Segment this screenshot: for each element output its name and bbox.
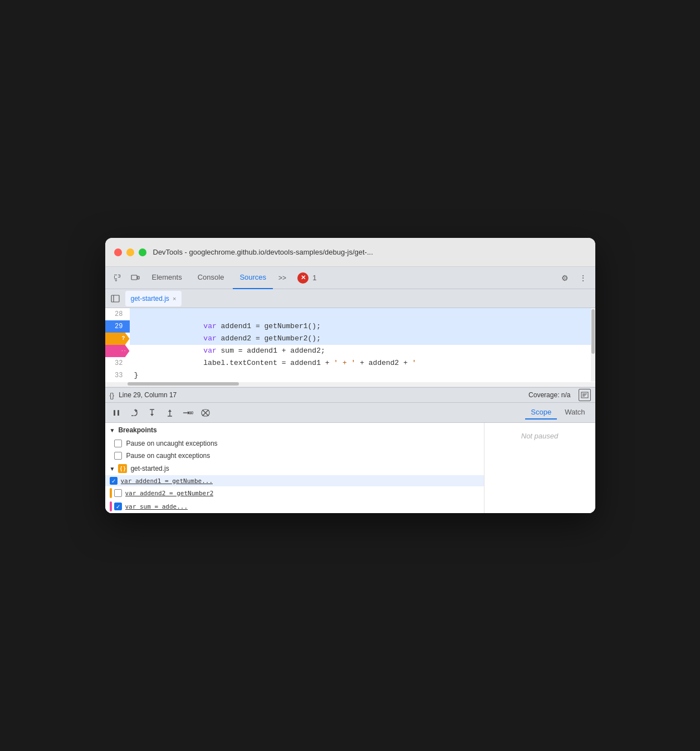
line-number-29: 29 [105, 320, 130, 333]
svg-rect-0 [114, 275, 116, 275]
bp2-text: var addend2 = getNumber2 [125, 490, 214, 497]
breakpoint-item-1[interactable]: ✓ var addend1 = getNumbe... [105, 475, 484, 486]
line-number-28: 28 [105, 308, 130, 320]
settings-icon[interactable]: ⚙ [557, 270, 573, 286]
svg-text:⌖: ⌖ [115, 278, 118, 282]
debug-toolbar: Scope Watch [105, 403, 595, 423]
devtools-body: ⌖ Elements Console Sources >> ✕ 1 [105, 267, 595, 513]
bp-pink-indicator: ·· [105, 345, 130, 357]
bp1-text: var addend1 = getNumbe... [121, 477, 213, 485]
breakpoints-panel: ▼ Breakpoints Pause on uncaught exceptio… [105, 423, 484, 513]
pause-resume-icon[interactable] [110, 406, 123, 420]
bp-orange-indicator: ? [105, 333, 130, 345]
pause-uncaught-row[interactable]: Pause on uncaught exceptions [105, 437, 484, 450]
scope-watch-tabs: Scope Watch [525, 406, 590, 420]
top-toolbar: ⌖ Elements Console Sources >> ✕ 1 [105, 267, 595, 289]
fullscreen-button[interactable] [139, 248, 146, 256]
tab-scope[interactable]: Scope [525, 406, 557, 420]
pause-caught-label: Pause on caught exceptions [126, 452, 211, 460]
status-bar: {} Line 29, Column 17 Coverage: n/a [105, 387, 595, 403]
breakpoint-item-3[interactable]: ✓ var sum = adde... [105, 500, 484, 513]
pause-uncaught-label: Pause on uncaught exceptions [126, 440, 218, 447]
breakpoints-section-header[interactable]: ▼ Breakpoints [105, 423, 484, 437]
step-over-icon[interactable] [128, 406, 141, 420]
file-section: ▼ { } get-started.js [105, 462, 484, 475]
horizontal-scrollbar[interactable] [105, 382, 595, 387]
file-name: get-started.js [130, 465, 169, 472]
svg-rect-7 [118, 277, 120, 277]
pause-caught-row[interactable]: Pause on caught exceptions [105, 450, 484, 462]
traffic-lights [114, 248, 146, 256]
code-line-32: 32 label.textContent = addend1 + ' + ' +… [105, 357, 591, 369]
tab-console[interactable]: Console [191, 267, 231, 289]
step-out-icon[interactable] [163, 406, 177, 420]
svg-point-28 [191, 412, 193, 414]
line-number-33: 33 [105, 369, 130, 382]
coverage-label: Coverage: n/a [528, 391, 570, 399]
step-icon[interactable] [181, 406, 194, 420]
bp1-checkbox[interactable]: ✓ [110, 477, 118, 485]
breakpoint-item-2[interactable]: var addend2 = getNumber2 [105, 486, 484, 500]
close-button[interactable] [114, 248, 122, 256]
file-chevron-icon: ▼ [110, 466, 115, 472]
step-into-icon[interactable] [145, 406, 159, 420]
file-tab-bar: get-started.js × [105, 289, 595, 308]
more-tabs-button[interactable]: >> [275, 274, 290, 282]
svg-rect-18 [118, 410, 119, 416]
more-menu-icon[interactable]: ⋮ [575, 270, 591, 286]
format-icon[interactable]: {} [110, 391, 115, 399]
code-editor[interactable]: 28 function updateLabel() { 29 var adden… [105, 308, 595, 387]
error-icon: ✕ [297, 272, 309, 284]
scope-panel: Not paused [484, 423, 595, 513]
bp2-checkbox[interactable] [114, 489, 122, 497]
devtools-window: DevTools - googlechrome.github.io/devtoo… [105, 238, 595, 513]
chevron-down-icon: ▼ [110, 427, 115, 433]
error-count: 1 [312, 274, 316, 282]
deactivate-breakpoints-icon[interactable] [199, 406, 212, 420]
line-number-32: 32 [105, 357, 130, 369]
coverage-icon[interactable] [579, 389, 591, 401]
bp2-orange-indicator [110, 488, 112, 498]
file-tab-name: get-started.js [131, 295, 169, 303]
main-content: ▼ Breakpoints Pause on uncaught exceptio… [105, 423, 595, 513]
file-type-icon: { } [118, 464, 127, 473]
bp3-checkbox[interactable]: ✓ [114, 503, 122, 510]
sidebar-toggle-icon[interactable] [107, 291, 123, 306]
svg-rect-10 [138, 276, 139, 279]
bp3-text: var sum = adde... [125, 503, 188, 510]
pause-caught-checkbox[interactable] [114, 452, 122, 460]
svg-rect-3 [116, 275, 117, 275]
line-content-33: } [130, 369, 139, 382]
pause-uncaught-checkbox[interactable] [114, 440, 122, 447]
svg-marker-25 [168, 409, 172, 412]
svg-rect-17 [114, 410, 115, 416]
cursor-icon[interactable]: ⌖ [110, 270, 125, 286]
svg-rect-6 [120, 275, 120, 277]
minimize-button[interactable] [126, 248, 134, 256]
file-tab-close[interactable]: × [173, 295, 176, 302]
tab-elements[interactable]: Elements [145, 267, 189, 289]
not-paused-label: Not paused [484, 423, 595, 449]
svg-marker-22 [150, 414, 154, 416]
bp3-pink-indicator [110, 501, 112, 511]
svg-rect-11 [111, 295, 119, 302]
window-title: DevTools - googlechrome.github.io/devtoo… [153, 248, 373, 256]
device-toggle-icon[interactable] [128, 270, 143, 286]
vertical-scrollbar[interactable] [591, 308, 595, 382]
breakpoints-label: Breakpoints [118, 426, 156, 434]
line-content-32: label.textContent = addend1 + ' + ' + ad… [130, 345, 417, 382]
titlebar: DevTools - googlechrome.github.io/devtoo… [105, 238, 595, 267]
cursor-position: Line 29, Column 17 [119, 391, 177, 399]
tab-sources[interactable]: Sources [233, 267, 273, 289]
svg-rect-9 [131, 275, 137, 280]
tab-watch[interactable]: Watch [559, 406, 590, 420]
file-tab-get-started[interactable]: get-started.js × [125, 291, 182, 306]
